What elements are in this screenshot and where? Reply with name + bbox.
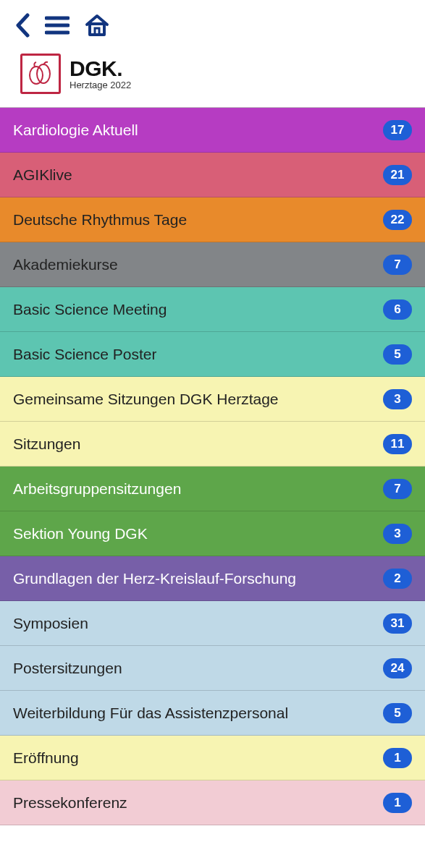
navbar: [0, 0, 425, 51]
count-badge: 1: [383, 748, 412, 768]
category-row[interactable]: AGIKlive21: [0, 153, 425, 197]
category-label: Gemeinsame Sitzungen DGK Herztage: [13, 391, 279, 408]
count-badge: 7: [383, 255, 412, 275]
category-row[interactable]: Symposien31: [0, 601, 425, 646]
category-row[interactable]: Sektion Young DGK3: [0, 511, 425, 556]
category-row[interactable]: Pressekonferenz1: [0, 780, 425, 825]
category-label: Sektion Young DGK: [13, 525, 148, 542]
count-badge: 11: [383, 434, 412, 454]
count-badge: 22: [383, 210, 412, 230]
category-row[interactable]: Eröffnung1: [0, 736, 425, 780]
category-row[interactable]: Basic Science Meeting6: [0, 287, 425, 332]
category-row[interactable]: Gemeinsame Sitzungen DGK Herztage3: [0, 377, 425, 422]
logo-title: DGK.: [70, 57, 131, 80]
category-row[interactable]: Akademiekurse7: [0, 242, 425, 287]
category-label: Symposien: [13, 615, 88, 632]
count-badge: 6: [383, 299, 412, 320]
category-label: Basic Science Meeting: [13, 301, 167, 318]
svg-rect-4: [95, 28, 99, 35]
count-badge: 21: [383, 165, 412, 185]
category-list: Kardiologie Aktuell17AGIKlive21Deutsche …: [0, 107, 425, 825]
count-badge: 2: [383, 569, 412, 589]
count-badge: 17: [383, 120, 412, 140]
menu-icon[interactable]: [45, 15, 70, 35]
category-row[interactable]: Kardiologie Aktuell17: [0, 108, 425, 153]
count-badge: 7: [383, 479, 412, 499]
logo-icon: [20, 54, 61, 94]
category-label: Eröffnung: [13, 749, 79, 767]
count-badge: 3: [383, 389, 412, 409]
svg-point-6: [37, 64, 50, 83]
count-badge: 1: [383, 793, 412, 813]
logo-subtitle: Herztage 2022: [70, 80, 131, 90]
category-label: Pressekonferenz: [13, 794, 127, 812]
category-row[interactable]: Weiterbildung Für das Assistenzpersonal5: [0, 691, 425, 736]
category-label: Deutsche Rhythmus Tage: [13, 211, 187, 229]
category-label: Kardiologie Aktuell: [13, 122, 138, 139]
count-badge: 31: [383, 613, 412, 634]
category-row[interactable]: Deutsche Rhythmus Tage22: [0, 197, 425, 242]
category-row[interactable]: Sitzungen11: [0, 422, 425, 467]
category-label: Arbeitsgruppensitzungen: [13, 480, 181, 498]
home-icon[interactable]: [84, 13, 110, 38]
count-badge: 5: [383, 703, 412, 723]
category-label: Weiterbildung Für das Assistenzpersonal: [13, 705, 288, 722]
category-label: Sitzungen: [13, 435, 80, 453]
count-badge: 24: [383, 658, 412, 678]
count-badge: 3: [383, 524, 412, 544]
logo-text: DGK. Herztage 2022: [70, 57, 131, 90]
count-badge: 5: [383, 344, 412, 365]
category-label: Basic Science Poster: [13, 346, 156, 363]
back-icon[interactable]: [14, 13, 30, 38]
category-label: Postersitzungen: [13, 660, 122, 677]
category-row[interactable]: Basic Science Poster5: [0, 332, 425, 377]
category-label: Grundlagen der Herz-Kreislauf-Forschung: [13, 570, 296, 587]
category-row[interactable]: Grundlagen der Herz-Kreislauf-Forschung2: [0, 556, 425, 601]
category-label: AGIKlive: [13, 166, 72, 184]
svg-point-5: [30, 67, 43, 84]
category-label: Akademiekurse: [13, 256, 118, 273]
app-logo: DGK. Herztage 2022: [0, 51, 425, 107]
category-row[interactable]: Arbeitsgruppensitzungen7: [0, 467, 425, 511]
category-row[interactable]: Postersitzungen24: [0, 646, 425, 691]
